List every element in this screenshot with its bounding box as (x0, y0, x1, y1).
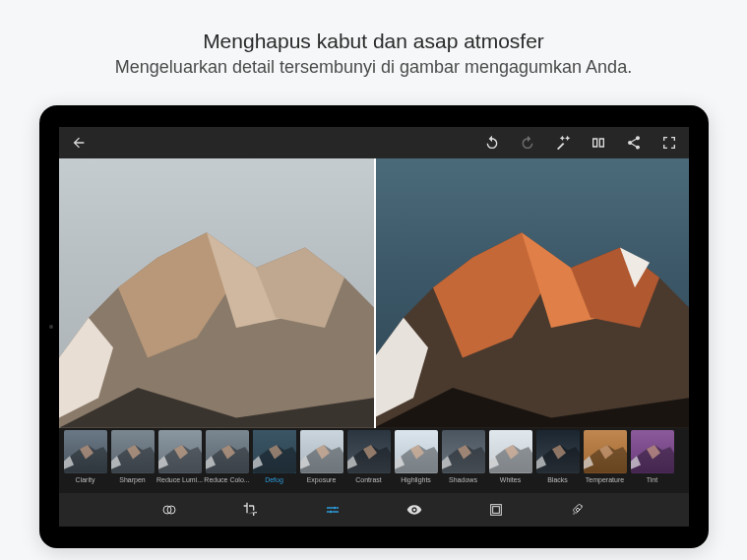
svg-point-59 (581, 505, 582, 506)
promo-headline: Menghapus kabut dan asap atmosfer (203, 30, 544, 53)
tablet-frame: Clarity Sharpen Reduce Lumi... Reduce Co… (39, 105, 709, 548)
adjustment-filmstrip: Clarity Sharpen Reduce Lumi... Reduce Co… (59, 428, 689, 493)
heal-tool[interactable] (568, 500, 588, 520)
adjustment-thumb-exposure[interactable]: Exposure (299, 430, 344, 483)
adjustment-label: Contrast (355, 476, 381, 483)
adjustment-label: Exposure (307, 476, 337, 483)
share-button[interactable] (624, 133, 644, 153)
adjustment-thumb-sharpen[interactable]: Sharpen (110, 430, 156, 483)
top-toolbar (59, 127, 689, 158)
adjustment-label: Blacks (547, 476, 568, 483)
adjustment-thumb-clarity[interactable]: Clarity (63, 430, 108, 483)
adjustment-label: Clarity (76, 476, 95, 483)
looks-tool[interactable] (159, 500, 179, 520)
adjustment-thumb-whites[interactable]: Whites (488, 430, 533, 483)
auto-enhance-button[interactable] (553, 133, 573, 153)
svg-point-55 (330, 511, 333, 514)
adjustment-thumb-reduce-lumi[interactable]: Reduce Lumi... (157, 430, 203, 483)
adjustment-label: Temperature (586, 476, 624, 483)
promo-subheadline: Mengeluarkan detail tersembunyi di gamba… (115, 57, 632, 78)
adjustment-label: Highlights (401, 476, 431, 483)
undo-button[interactable] (482, 133, 502, 153)
adjustment-label: Tint (647, 476, 657, 483)
adjustment-label: Shadows (449, 476, 477, 483)
before-image (59, 158, 374, 428)
svg-point-58 (573, 513, 574, 514)
svg-rect-57 (492, 507, 499, 514)
adjust-tool[interactable] (323, 500, 342, 520)
adjustment-label: Defog (265, 476, 283, 483)
border-tool[interactable] (486, 500, 506, 520)
adjustment-thumb-tint[interactable]: Tint (630, 430, 675, 483)
adjustment-label: Reduce Lumi... (156, 476, 203, 483)
adjustment-label: Reduce Colo... (204, 476, 249, 483)
photo-canvas[interactable] (59, 158, 689, 428)
adjustment-thumb-contrast[interactable]: Contrast (346, 430, 392, 483)
bottom-toolbar (59, 493, 689, 527)
adjustment-label: Whites (500, 476, 521, 483)
compare-divider[interactable] (374, 158, 376, 428)
adjustment-label: Sharpen (119, 476, 145, 483)
app-screen: Clarity Sharpen Reduce Lumi... Reduce Co… (59, 127, 689, 527)
adjustment-thumb-reduce-colo[interactable]: Reduce Colo... (205, 430, 250, 483)
adjustment-thumb-highlights[interactable]: Highlights (394, 430, 439, 483)
svg-point-54 (334, 507, 337, 510)
redeye-tool[interactable] (405, 500, 424, 520)
adjustment-thumb-defog[interactable]: Defog (252, 430, 297, 483)
redo-button[interactable] (518, 133, 537, 153)
adjustment-thumb-shadows[interactable]: Shadows (441, 430, 486, 483)
crop-tool[interactable] (241, 500, 261, 520)
adjustment-thumb-blacks[interactable]: Blacks (535, 430, 581, 483)
compare-button[interactable] (589, 133, 608, 153)
after-image (374, 158, 689, 428)
fullscreen-button[interactable] (659, 133, 679, 153)
back-button[interactable] (69, 133, 89, 153)
adjustment-thumb-temperature[interactable]: Temperature (583, 430, 628, 483)
